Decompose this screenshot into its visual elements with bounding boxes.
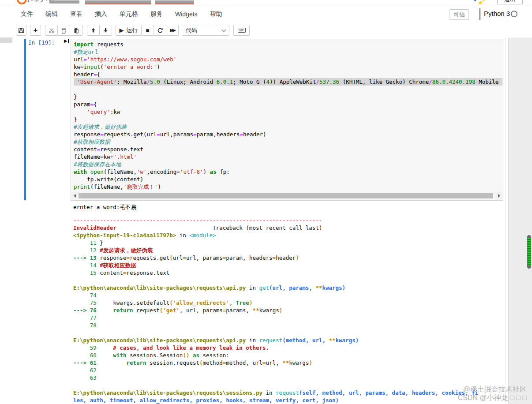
code-line: #将数据保存在本地	[74, 161, 502, 168]
menu-item[interactable]: 查看	[70, 10, 82, 18]
code-line	[74, 86, 502, 93]
traceback-line: 63	[73, 374, 478, 382]
menu-item[interactable]: 插入	[95, 10, 107, 18]
run-label: 运行	[127, 26, 138, 34]
code-line: #获取相应数据	[74, 138, 502, 146]
page-scrollbar-thumb[interactable]	[527, 235, 531, 269]
copy-icon	[61, 27, 67, 34]
menu-item[interactable]: 单元格	[120, 10, 138, 18]
menu-item[interactable]: 服务	[150, 10, 163, 18]
traceback-line	[73, 277, 478, 284]
horizontal-scrollbar-thumb[interactable]	[79, 193, 493, 198]
stop-icon: ■	[146, 27, 149, 34]
code-line: kw=input('ernter a word:')	[74, 63, 502, 71]
arrow-up-icon	[90, 27, 96, 33]
code-line: }	[74, 93, 502, 101]
scrollbar-thumb-cap	[527, 235, 531, 238]
plus-icon: +	[34, 27, 37, 34]
code-line: content=response.text	[74, 146, 502, 153]
menu-bar: 文件编辑查看插入单元格服务Widgets帮助 可信 Python 3	[0, 5, 532, 23]
scrollbar-thumb-stripes	[527, 238, 531, 266]
cut-cell-button[interactable]	[45, 25, 58, 36]
interrupt-kernel-button[interactable]: ■	[141, 25, 154, 36]
traceback-line: 60 with sessions.Session() as session:	[73, 352, 478, 359]
menu-item[interactable]: 文件	[21, 10, 33, 18]
kernel-status-icon	[511, 11, 517, 17]
code-line: 'User-Agent': Mozilla/5.0 (Linux; Androi…	[74, 78, 502, 86]
keyboard-icon	[238, 28, 246, 33]
code-editor[interactable]: import requests#指定urlurl='https://www.so…	[74, 41, 502, 192]
code-line: with open(fileName,'w',encoding='utf-8')…	[74, 168, 502, 176]
code-line: header={	[74, 71, 502, 78]
code-line: fileName=kw+'.html'	[74, 153, 502, 161]
page-scrollbar-track[interactable]	[508, 37, 532, 404]
code-line: #指定url	[74, 48, 502, 56]
menu-item[interactable]: 编辑	[45, 10, 58, 18]
traceback-line: E:\python\anaconda\lib\site-packages\req…	[73, 337, 478, 344]
traceback-line: ----------------------------------------…	[73, 217, 478, 224]
code-line: fp.write(content)	[74, 176, 502, 183]
traceback-line	[73, 382, 478, 389]
code-line: print(fileName,'爬取完成！')	[74, 183, 502, 191]
code-line: url='https://www.sogou.com/web'	[74, 56, 502, 63]
paste-icon	[73, 27, 79, 34]
code-line: param={	[74, 101, 502, 108]
selected-cell-indicator	[24, 39, 26, 200]
trusted-badge[interactable]: 可信	[450, 9, 469, 20]
left-gutter-fragment	[0, 37, 12, 43]
restart-kernel-button[interactable]	[154, 25, 166, 36]
traceback-line: 15 content=response.text	[73, 269, 478, 277]
traceback-line: ---> 13 response=requests.get(url=url, p…	[73, 254, 478, 262]
traceback-line: ---> 61 return session.request(method=me…	[73, 359, 478, 367]
traceback-line: 74	[73, 292, 478, 299]
code-line: #发起请求，做好伪装	[74, 123, 502, 131]
traceback-line: 11 }	[73, 239, 478, 247]
jupyter-logo-icon	[17, 0, 27, 4]
horizontal-scrollbar[interactable]	[71, 192, 502, 200]
stdout-output: ernter a word:毛不易	[73, 204, 136, 211]
play-icon: ▶	[120, 27, 124, 33]
traceback-line: les, auth, timeout, allow_redirects, pro…	[73, 397, 478, 404]
copy-cell-button[interactable]	[57, 25, 70, 36]
move-cell-down-button[interactable]	[99, 25, 112, 36]
traceback-line: 59 # cases, and look like a memory leak …	[73, 344, 478, 352]
traceback-line: E:\python\anaconda\lib\site-packages\req…	[73, 389, 478, 397]
cell-type-select[interactable]: 代码	[182, 25, 229, 36]
notebook-title-clipped	[49, 0, 79, 4]
traceback-line: E:\python\anaconda\lib\site-packages\req…	[73, 284, 478, 292]
scissors-icon	[49, 27, 55, 34]
menu-item[interactable]: 帮助	[210, 10, 222, 18]
traceback-line: ---> 76 return request('get', url, param…	[73, 307, 478, 314]
kernel-divider	[480, 8, 480, 20]
notebook-container-edge	[506, 37, 506, 404]
fast-forward-icon: ▶▶	[170, 27, 175, 33]
save-button[interactable]	[16, 25, 26, 36]
run-indicator-icon[interactable]: ▶	[64, 39, 69, 43]
scroll-left-arrow[interactable]	[71, 192, 78, 199]
scroll-right-arrow[interactable]	[496, 192, 502, 199]
jupyter-notebook-app: jupyter 退出 文件编辑查看插入单元格服务Widgets帮助 可信 Pyt…	[0, 0, 532, 404]
traceback-line: 77	[73, 314, 478, 322]
code-line: response=requests.get(url=url,params=par…	[74, 131, 502, 138]
add-cell-button[interactable]: +	[30, 25, 41, 36]
notebook-toolbar: + ▶ 运行 ■ ▶▶ 代码	[0, 23, 532, 38]
restart-icon	[157, 27, 163, 34]
input-prompt: In [19]:	[28, 39, 55, 46]
traceback-line: <ipython-input-19-c1a4aa11797b> in <modu…	[73, 232, 478, 239]
paste-cell-button[interactable]	[70, 25, 82, 36]
move-cell-up-button[interactable]	[87, 25, 100, 36]
restart-run-all-button[interactable]: ▶▶	[166, 25, 179, 36]
traceback-line: 78	[73, 322, 478, 329]
error-traceback: ----------------------------------------…	[73, 217, 478, 404]
command-palette-button[interactable]	[233, 25, 250, 36]
notebook-area: In [19]: ▶ import requests#指定urlurl='htt…	[0, 37, 532, 404]
run-cell-button[interactable]: ▶ 运行	[116, 25, 142, 36]
traceback-line: 75 kwargs.setdefault('allow_redirects', …	[73, 299, 478, 307]
save-icon	[18, 27, 24, 34]
code-line: 'query':kw	[74, 108, 502, 116]
notebook-title-clipped	[155, 0, 194, 4]
logout-button[interactable]: 退出	[497, 0, 523, 4]
top-header-clipped: jupyter 退出	[0, 0, 532, 5]
traceback-line: 62	[73, 367, 478, 374]
menu-item[interactable]: Widgets	[175, 11, 198, 18]
